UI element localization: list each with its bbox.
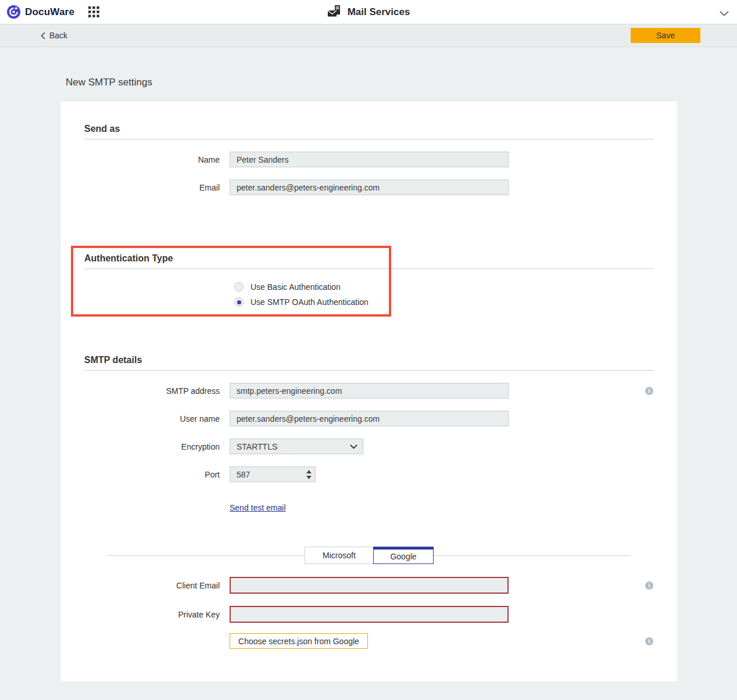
radio-checked-icon <box>234 297 244 307</box>
app-grid-icon[interactable] <box>88 6 99 17</box>
app-title-text: Mail Services <box>348 6 410 18</box>
smtp-address-input[interactable]: smtp.peters-engineering.com <box>230 383 509 399</box>
brand-name: DocuWare <box>25 6 74 18</box>
name-label: Name <box>84 155 220 164</box>
page-title: New SMTP settings <box>66 77 737 88</box>
info-icon[interactable]: i <box>645 581 653 590</box>
send-test-email-link[interactable]: Send test email <box>230 503 286 512</box>
radio-option-oauth[interactable]: Use SMTP OAuth Authentication <box>234 295 654 310</box>
private-key-input[interactable] <box>230 606 509 623</box>
port-row: Port 587 <box>84 466 654 482</box>
smtp-details-heading: SMTP details <box>84 355 654 371</box>
client-email-row: Client Email i <box>84 577 654 594</box>
smtp-address-label: SMTP address <box>84 386 220 396</box>
encryption-label: Encryption <box>84 442 220 451</box>
auth-radio-group: Use Basic Authentication Use SMTP OAuth … <box>234 279 654 310</box>
brand: DocuWare <box>0 5 74 19</box>
app-header: DocuWare Mail Services <box>0 0 737 24</box>
email-input[interactable]: peter.sanders@peters-engineering.com <box>230 180 509 195</box>
choose-secrets-row: Choose secrets.json from Google i <box>84 633 654 649</box>
chevron-down-icon[interactable] <box>720 8 729 19</box>
info-icon[interactable]: i <box>645 637 653 645</box>
name-input[interactable]: Peter Sanders <box>230 152 509 167</box>
smtp-details-section: SMTP details SMTP address smtp.peters-en… <box>84 355 654 513</box>
user-name-input[interactable]: peter.sanders@peters-engineering.com <box>230 411 509 426</box>
encryption-select[interactable]: STARTTLS <box>230 439 363 454</box>
encryption-row: Encryption STARTTLS <box>84 439 654 454</box>
client-email-label: Client Email <box>84 581 220 590</box>
name-row: Name Peter Sanders <box>84 152 654 167</box>
app-title: Mail Services <box>0 0 737 24</box>
send-as-heading: Send as <box>84 124 654 139</box>
tab-microsoft[interactable]: Microsoft <box>305 547 373 564</box>
send-as-section: Send as Name Peter Sanders Email peter.s… <box>84 124 654 195</box>
google-section: Client Email i Private Key Choose secret… <box>84 577 654 649</box>
radio-label: Use Basic Authentication <box>251 282 341 292</box>
private-key-row: Private Key <box>84 606 654 623</box>
authentication-section: Authentication Type Use Basic Authentica… <box>84 253 654 310</box>
radio-label: Use SMTP OAuth Authentication <box>251 297 369 307</box>
user-name-row: User name peter.sanders@peters-engineeri… <box>84 411 654 426</box>
radio-option-basic-auth[interactable]: Use Basic Authentication <box>234 279 654 295</box>
smtp-address-row: SMTP address smtp.peters-engineering.com… <box>84 383 654 399</box>
port-value: 587 <box>237 470 250 479</box>
provider-tabs: Microsoft Google <box>84 547 654 565</box>
back-button[interactable]: Back <box>41 31 67 40</box>
tab-google[interactable]: Google <box>373 547 434 564</box>
choose-secrets-button[interactable]: Choose secrets.json from Google <box>230 633 368 649</box>
user-name-label: User name <box>84 414 220 423</box>
email-label: Email <box>84 183 220 192</box>
encryption-value: STARTTLS <box>237 442 277 451</box>
docuware-logo-icon <box>7 5 20 19</box>
info-icon[interactable]: i <box>645 387 653 395</box>
private-key-label: Private Key <box>84 610 220 619</box>
settings-card: Send as Name Peter Sanders Email peter.s… <box>61 102 677 681</box>
back-label: Back <box>49 31 67 40</box>
mail-services-icon <box>327 5 342 19</box>
save-button[interactable]: Save <box>631 28 700 43</box>
radio-unchecked-icon <box>234 282 244 292</box>
triangle-up-icon <box>306 470 312 473</box>
chevron-left-icon <box>41 32 45 40</box>
port-spinner[interactable] <box>306 470 312 479</box>
chevron-down-icon <box>350 444 357 449</box>
port-input[interactable]: 587 <box>230 466 316 482</box>
action-toolbar: Back Save <box>0 24 737 47</box>
triangle-down-icon <box>306 476 312 479</box>
client-email-input[interactable] <box>230 577 509 594</box>
authentication-heading: Authentication Type <box>84 253 654 269</box>
email-row: Email peter.sanders@peters-engineering.c… <box>84 180 654 195</box>
port-label: Port <box>84 470 220 479</box>
